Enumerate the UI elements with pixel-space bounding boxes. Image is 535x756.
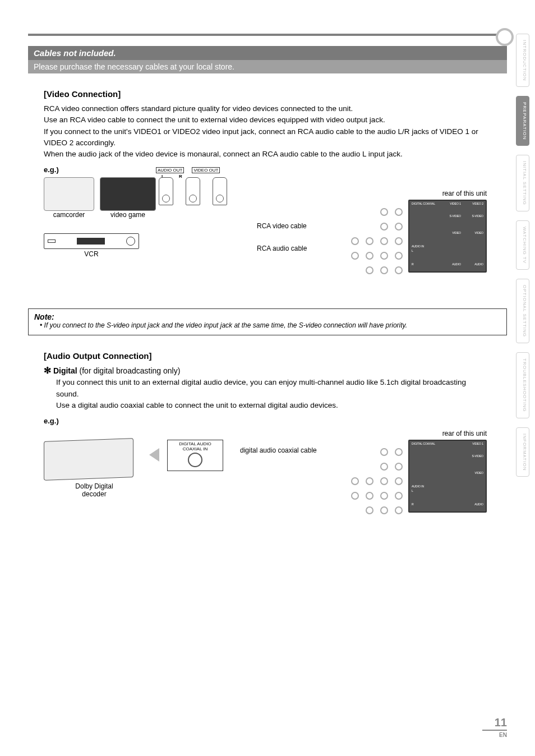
plug-audio-l-icon <box>159 177 173 205</box>
video-heading: [Video Connection] <box>44 89 487 99</box>
banner-title: Cables not included. <box>28 46 507 60</box>
decoder-icon: Dolby Digital decoder <box>44 428 145 490</box>
audio-heading: [Audio Output Connection] <box>44 351 487 361</box>
digital-rest: (for digital broadcasting only) <box>77 366 181 375</box>
side-tabs: INTRODUCTION PREPARATION INITIAL SETTING… <box>516 34 529 477</box>
header-rule <box>28 34 507 36</box>
rca-plugs <box>159 177 227 205</box>
rear-jack-panel-1: DIGITAL COAXIAL VIDEO 1 VIDEO 2 S-VIDEO … <box>408 200 487 273</box>
camcorder-icon <box>44 177 94 211</box>
rear-jack-panel-2: DIGITAL COAXIAL VIDEO 1 S-VIDEO VIDEO AU… <box>408 440 487 513</box>
plug-video-icon <box>213 177 227 205</box>
rear-jacks-grid-2 <box>290 448 403 510</box>
page-number: 11 <box>482 716 507 729</box>
audio-p2: Use a digital audio coaxial cable to con… <box>56 400 487 411</box>
video-game-icon <box>100 177 156 211</box>
video-connection-section: [Video Connection] RCA video connection … <box>44 89 487 301</box>
decoder-label-1: Dolby Digital <box>75 482 113 490</box>
page-footer: 11 EN <box>482 716 507 739</box>
audio-output-section: [Audio Output Connection] ✻ Digital (for… <box>44 351 487 529</box>
audio-p1: If you connect this unit to an external … <box>56 377 487 400</box>
video-p4: When the audio jack of the video device … <box>44 149 487 160</box>
camcorder-label: camcorder <box>44 211 94 219</box>
rear-unit-label-2: rear of this unit <box>442 430 487 437</box>
video-eg-label: e.g.) <box>44 165 487 174</box>
tab-information[interactable]: INFORMATION <box>516 427 529 477</box>
vcr-label: VCR <box>44 250 139 258</box>
video-p2: Use an RCA video cable to connect the un… <box>44 114 487 126</box>
plug-audio-r-icon <box>186 177 200 205</box>
video-p3: If you connect to the unit's VIDEO1 or V… <box>44 126 487 149</box>
tab-troubleshooting[interactable]: TROUBLESHOOTING <box>516 352 529 418</box>
page-lang: EN <box>482 730 507 738</box>
tab-initial-setting[interactable]: INITIAL SETTING <box>516 155 529 211</box>
page-content: Cables not included. Please purchase the… <box>28 34 507 529</box>
video-diagram: camcorder video game AUDIO OUT VIDEO OUT… <box>44 177 487 301</box>
note-title: Note: <box>34 312 501 321</box>
audio-diagram: Dolby Digital decoder DIGITAL AUDIO COAX… <box>44 428 487 529</box>
rear-unit-label-1: rear of this unit <box>442 190 487 197</box>
tab-optional-setting[interactable]: OPTIONAL SETTING <box>516 279 529 343</box>
video-p1: RCA video connection offers standard pic… <box>44 103 487 114</box>
coaxial-in-box: DIGITAL AUDIO COAXIAL IN <box>167 440 223 471</box>
tab-introduction[interactable]: INTRODUCTION <box>516 34 529 87</box>
note-box: Note: If you connect to the S-video inpu… <box>28 308 507 335</box>
vcr-icon: VCR <box>44 233 139 258</box>
banner-subtitle: Please purchase the necessary cables at … <box>28 60 507 73</box>
plug-labels: AUDIO OUT VIDEO OUT <box>156 167 251 173</box>
decoder-label-2: decoder <box>82 490 106 498</box>
star-icon: ✻ <box>44 366 51 375</box>
tab-watching-tv[interactable]: WATCHING TV <box>516 220 529 270</box>
audio-eg-label: e.g.) <box>44 417 487 425</box>
note-body: If you connect to the S-video input jack… <box>40 321 501 329</box>
coaxial-jack-icon <box>188 453 202 467</box>
video-game-label: video game <box>100 211 156 219</box>
digital-bold: Digital <box>53 366 77 375</box>
rear-jacks-grid-1 <box>290 208 403 270</box>
tab-preparation[interactable]: PREPARATION <box>516 96 529 146</box>
digital-subheading: ✻ Digital (for digital broadcasting only… <box>44 365 487 376</box>
arrow-left-icon <box>149 448 159 462</box>
